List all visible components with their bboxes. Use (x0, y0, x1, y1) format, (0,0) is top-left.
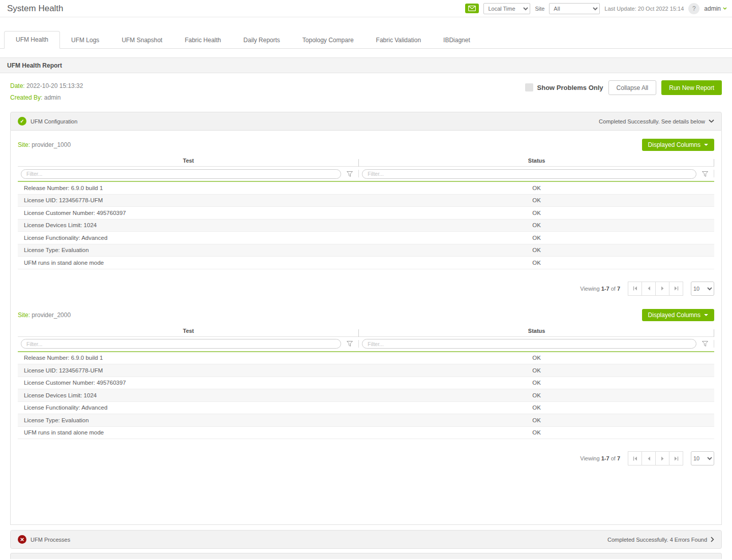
status-cell: OK (359, 210, 714, 216)
table-row[interactable]: License UID: 123456778-UFMOK (18, 364, 714, 377)
column-header-status: Status (359, 158, 714, 164)
test-cell: License Functionality: Advanced (18, 235, 359, 241)
table-row[interactable]: Release Number: 6.9.0 build 1OK (18, 352, 714, 365)
status-cell: OK (359, 197, 714, 203)
show-problems-only-checkbox[interactable] (525, 83, 533, 91)
report-created-by-line: Created By: admin (10, 92, 83, 104)
first-page-button[interactable] (628, 282, 642, 296)
status-cell: OK (359, 260, 714, 266)
filter-funnel-icon[interactable] (347, 341, 353, 347)
test-cell: License Customer Number: 495760397 (18, 210, 359, 216)
table-row[interactable]: UFM runs in stand alone modeOK (18, 427, 714, 440)
next-panel-partial (10, 553, 722, 559)
panel-title: UFM Processes (30, 537, 70, 543)
mail-icon[interactable] (465, 4, 479, 13)
status-filter-input[interactable] (362, 169, 696, 179)
report-date-line: Date: 2022-10-20 15:13:32 (10, 80, 83, 92)
tab-ufm-snapshot[interactable]: UFM Snapshot (110, 32, 173, 49)
site-label: Site: (18, 141, 30, 148)
run-new-report-button[interactable]: Run New Report (661, 80, 722, 95)
test-cell: License UID: 123456778-UFM (18, 367, 359, 374)
table-row[interactable]: License Type: EvaluationOK (18, 414, 714, 427)
status-cell: OK (359, 185, 714, 191)
status-cell: OK (359, 405, 714, 411)
pager-buttons (628, 282, 683, 296)
error-x-icon: × (18, 535, 26, 544)
test-cell: License Devices Limit: 1024 (18, 392, 359, 398)
site-row: Site: provider_1000 Displayed Columns (18, 139, 714, 151)
prev-page-button[interactable] (642, 282, 656, 296)
page-size-select[interactable]: 10 (691, 282, 714, 296)
site-name: provider_1000 (32, 141, 71, 148)
panel-status: Completed Successfully. See details belo… (599, 118, 714, 125)
panel-ufm-processes: × UFM Processes Completed Successfully. … (10, 530, 722, 549)
site-name-line: Site: provider_1000 (18, 141, 71, 148)
status-cell: OK (359, 392, 714, 398)
test-cell: Release Number: 6.9.0 build 1 (18, 185, 359, 191)
show-problems-only-control: Show Problems Only (525, 83, 603, 91)
test-filter-input[interactable] (21, 339, 341, 349)
filter-cell-test (18, 337, 359, 351)
tab-ufm-health[interactable]: UFM Health (4, 31, 60, 49)
displayed-columns-button[interactable]: Displayed Columns (642, 139, 714, 151)
user-menu[interactable]: admin (704, 5, 727, 12)
table-row[interactable]: License UID: 123456778-UFMOK (18, 195, 714, 207)
pagination: Viewing 1-7 of 7 (18, 282, 714, 296)
panel-ufm-processes-header[interactable]: × UFM Processes Completed Successfully. … (10, 530, 722, 549)
table-header-row: Test Status (18, 325, 714, 337)
table-rows: Release Number: 6.9.0 build 1OK License … (18, 182, 714, 269)
site-section-provider-1000: Site: provider_1000 Displayed Columns Te… (18, 139, 714, 296)
filter-cell-status (359, 167, 714, 181)
next-page-button[interactable] (655, 451, 669, 465)
collapse-all-button[interactable]: Collapse All (608, 80, 657, 95)
table-row[interactable]: License Type: EvaluationOK (18, 244, 714, 257)
status-cell: OK (359, 380, 714, 386)
tab-fabric-validation[interactable]: Fabric Validation (365, 32, 433, 49)
table-row[interactable]: Release Number: 6.9.0 build 1OK (18, 182, 714, 195)
table-row[interactable]: License Functionality: AdvancedOK (18, 402, 714, 415)
table-row[interactable]: License Functionality: AdvancedOK (18, 232, 714, 244)
caret-down-icon (704, 314, 708, 316)
status-filter-input[interactable] (362, 339, 696, 349)
tab-ibdiagnet[interactable]: IBDiagnet (432, 32, 481, 49)
created-by-label: Created By: (10, 94, 42, 101)
first-page-button[interactable] (628, 451, 642, 465)
filter-funnel-icon[interactable] (702, 341, 708, 347)
help-icon[interactable]: ? (688, 3, 699, 14)
panel-ufm-configuration: ✓ UFM Configuration Completed Successful… (10, 112, 722, 525)
table-row[interactable]: License Devices Limit: 1024OK (18, 220, 714, 232)
tab-daily-reports[interactable]: Daily Reports (232, 32, 291, 49)
success-check-icon: ✓ (18, 117, 26, 126)
panel-ufm-configuration-header[interactable]: ✓ UFM Configuration Completed Successful… (10, 112, 722, 131)
time-mode-select[interactable]: Local Time (483, 3, 530, 14)
tab-fabric-health[interactable]: Fabric Health (173, 32, 232, 49)
table-row[interactable]: UFM runs in stand alone modeOK (18, 257, 714, 269)
page-size-select[interactable]: 10 (691, 451, 714, 465)
last-page-button[interactable] (669, 282, 683, 296)
site-select[interactable]: All (549, 3, 600, 14)
envelope-icon (468, 6, 476, 11)
tab-ufm-logs[interactable]: UFM Logs (60, 32, 110, 49)
health-table: Test Status (18, 155, 714, 269)
site-label: Site (535, 6, 544, 12)
column-header-status: Status (359, 328, 714, 334)
displayed-columns-button[interactable]: Displayed Columns (642, 309, 714, 321)
tab-topology-compare[interactable]: Topology Compare (291, 32, 365, 49)
table-row[interactable]: License Customer Number: 495760397OK (18, 207, 714, 220)
panel-status-text: Completed Successfully. See details belo… (599, 118, 705, 125)
panel-status-text: Completed Successfully. 4 Errors Found (607, 537, 707, 543)
last-page-button[interactable] (669, 451, 683, 465)
prev-page-button[interactable] (642, 451, 656, 465)
tab-bar: UFM Health UFM Logs UFM Snapshot Fabric … (0, 32, 732, 49)
next-page-button[interactable] (655, 282, 669, 296)
table-row[interactable]: License Devices Limit: 1024OK (18, 389, 714, 402)
header-controls: Local Time Site All Last Update: 20 Oct … (465, 3, 727, 14)
status-cell: OK (359, 367, 714, 374)
table-row[interactable]: License Customer Number: 495760397OK (18, 377, 714, 390)
filter-funnel-icon[interactable] (702, 171, 708, 177)
filter-funnel-icon[interactable] (347, 171, 353, 177)
chevron-right-icon (711, 537, 714, 542)
status-cell: OK (359, 355, 714, 361)
test-filter-input[interactable] (21, 169, 341, 179)
filter-cell-status (359, 337, 714, 351)
